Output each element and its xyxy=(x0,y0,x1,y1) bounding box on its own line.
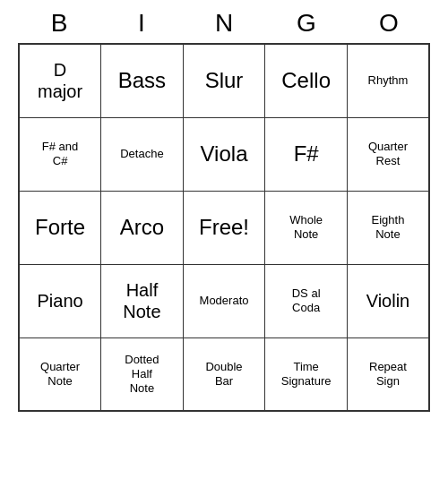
header-letter: G xyxy=(267,9,346,38)
grid-cell: HalfNote xyxy=(101,264,184,337)
grid-cell: Forte xyxy=(19,191,101,264)
grid-cell: F# xyxy=(265,117,348,191)
grid-row: QuarterNoteDottedHalfNoteDoubleBarTimeSi… xyxy=(19,337,429,411)
grid-row: PianoHalfNoteModeratoDS alCodaViolin xyxy=(19,264,429,337)
bingo-header: BINGO xyxy=(18,0,430,43)
header-letter: I xyxy=(102,9,181,38)
grid-cell: Bass xyxy=(101,44,184,117)
grid-cell: Moderato xyxy=(183,264,265,337)
grid-cell: WholeNote xyxy=(265,191,348,264)
header-letter: B xyxy=(20,9,99,38)
grid-cell: Slur xyxy=(183,44,265,117)
bingo-grid: DmajorBassSlurCelloRhythmF# andC#Detache… xyxy=(18,43,430,412)
grid-cell: Detache xyxy=(101,117,184,191)
grid-row: DmajorBassSlurCelloRhythm xyxy=(19,44,429,117)
grid-cell: DoubleBar xyxy=(183,337,265,411)
header-letter: O xyxy=(349,9,428,38)
grid-cell: QuarterRest xyxy=(347,117,429,191)
grid-cell: Cello xyxy=(265,44,348,117)
grid-cell: DS alCoda xyxy=(265,264,348,337)
grid-cell: Piano xyxy=(19,264,101,337)
grid-cell: Free! xyxy=(183,191,265,264)
grid-cell: Arco xyxy=(101,191,184,264)
grid-cell: F# andC# xyxy=(19,117,101,191)
grid-cell: Dmajor xyxy=(19,44,101,117)
grid-cell: Rhythm xyxy=(347,44,429,117)
grid-cell: RepeatSign xyxy=(347,337,429,411)
grid-cell: EighthNote xyxy=(347,191,429,264)
grid-row: F# andC#DetacheViolaF#QuarterRest xyxy=(19,117,429,191)
grid-cell: TimeSignature xyxy=(265,337,348,411)
grid-row: ForteArcoFree!WholeNoteEighthNote xyxy=(19,191,429,264)
grid-cell: DottedHalfNote xyxy=(101,337,184,411)
header-letter: N xyxy=(185,9,263,38)
grid-cell: Viola xyxy=(183,117,265,191)
grid-cell: QuarterNote xyxy=(19,337,101,411)
grid-cell: Violin xyxy=(347,264,429,337)
